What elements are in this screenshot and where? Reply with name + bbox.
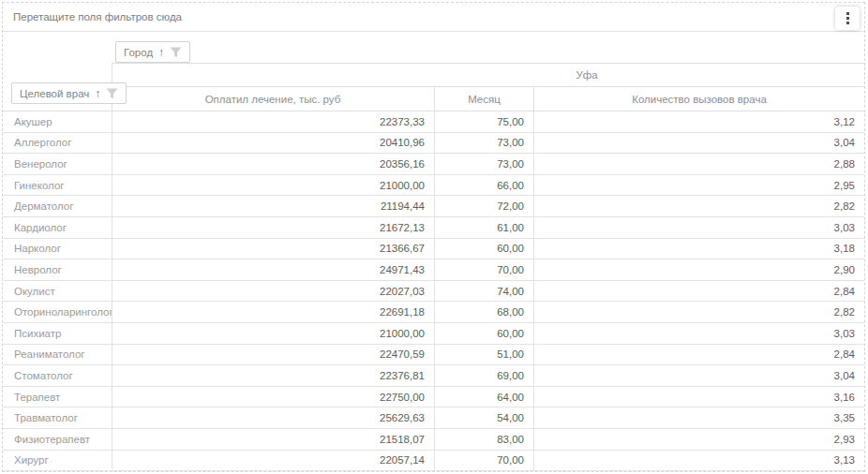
value-cell-paid-treatment[interactable]: 22750,00 [112,387,435,407]
value-cell-paid-treatment[interactable]: 24971,43 [112,259,435,280]
row-header-cell[interactable]: Психиатр [3,323,112,344]
sort-asc-icon[interactable]: ↑ [158,47,164,58]
kebab-dot-icon [846,22,849,24]
pivot-table-widget: Перетащите поля фильтров сюда Город ↑ Це… [0,0,868,474]
value-cell-doctor-calls[interactable]: 2,95 [534,175,864,196]
row-header-cell[interactable]: Кардиолог [3,217,112,238]
value-cell-doctor-calls[interactable]: 3,18 [534,239,864,259]
row-field-target-doctor[interactable]: Целевой врач ↑ [11,82,127,104]
row-header-cell[interactable]: Оториноларинголог [3,302,112,322]
value-cell-month[interactable]: 70,00 [435,259,534,280]
value-cell-month[interactable]: 61,00 [435,217,534,238]
table-row: Психиатр 21000,00 60,00 3,03 [3,323,864,345]
filter-funnel-icon[interactable] [106,88,118,99]
value-cell-doctor-calls[interactable]: 2,82 [534,302,864,322]
row-header-cell[interactable]: Травматолог [3,407,112,428]
value-cell-paid-treatment[interactable]: 21000,00 [112,323,435,344]
column-group-header-ufa[interactable]: Уфа [576,69,597,81]
row-header-divider [112,64,112,469]
table-row: Гинеколог 21000,00 66,00 2,95 [3,175,864,197]
row-header-cell[interactable]: Акушер [3,111,112,132]
value-cell-month[interactable]: 64,00 [435,387,534,407]
value-cell-month[interactable]: 60,00 [435,323,534,344]
value-cell-month[interactable]: 70,00 [435,451,534,471]
table-row: Стоматолог 22376,81 69,00 3,04 [3,365,864,387]
value-cell-paid-treatment[interactable]: 21194,44 [112,196,435,216]
row-header-cell[interactable]: Терапевт [3,387,112,407]
value-cell-doctor-calls[interactable]: 2,93 [534,429,864,450]
table-row: Дерматолог 21194,44 72,00 2,82 [3,196,864,217]
row-header-cell[interactable]: Невролог [3,259,112,280]
value-cell-paid-treatment[interactable]: 22057,14 [112,451,435,471]
value-cell-doctor-calls[interactable]: 3,04 [534,133,864,154]
row-header-cell[interactable]: Хирург [3,451,112,471]
column-field-label: Город [124,47,153,58]
value-cell-month[interactable]: 75,00 [435,111,534,132]
value-cell-paid-treatment[interactable]: 21518,07 [112,429,435,450]
measure-header-month[interactable]: Месяц [435,87,534,111]
value-cell-doctor-calls[interactable]: 2,82 [534,196,864,216]
row-field-label: Целевой врач [20,88,89,99]
row-header-cell[interactable]: Венеролог [3,154,112,174]
value-cell-paid-treatment[interactable]: 20410,96 [112,133,435,154]
table-row: Нарколог 21366,67 60,00 3,18 [3,239,864,260]
row-header-cell[interactable]: Окулист [3,281,112,302]
value-cell-doctor-calls[interactable]: 2,88 [534,154,864,174]
row-header-cell[interactable]: Нарколог [3,239,112,259]
value-cell-month[interactable]: 68,00 [435,302,534,322]
row-header-cell[interactable]: Гинеколог [3,175,112,196]
pivot-container: Перетащите поля фильтров сюда Город ↑ Це… [2,2,865,472]
row-header-cell[interactable]: Стоматолог [3,365,112,386]
sort-asc-icon[interactable]: ↑ [95,88,100,99]
table-row: Венеролог 20356,16 73,00 2,88 [3,154,864,175]
value-cell-doctor-calls[interactable]: 3,12 [534,111,864,132]
value-cell-doctor-calls[interactable]: 3,13 [534,451,864,471]
row-header-cell[interactable]: Реаниматолог [3,345,112,365]
value-cell-paid-treatment[interactable]: 25629,63 [112,407,435,428]
measure-header-paid-treatment[interactable]: Оплатил лечение, тыс. руб [112,87,435,111]
filter-drop-zone[interactable]: Перетащите поля фильтров сюда [3,3,864,32]
value-cell-doctor-calls[interactable]: 3,04 [534,365,864,386]
value-cell-month[interactable]: 72,00 [435,196,534,216]
column-group-header-row: Уфа [112,63,864,86]
filter-funnel-icon[interactable] [170,47,182,58]
value-cell-doctor-calls[interactable]: 3,16 [534,387,864,407]
value-cell-paid-treatment[interactable]: 22691,18 [112,302,435,322]
value-cell-doctor-calls[interactable]: 2,90 [534,259,864,280]
value-cell-doctor-calls[interactable]: 3,35 [534,407,864,428]
value-cell-month[interactable]: 60,00 [435,239,534,259]
value-cell-month[interactable]: 73,00 [435,133,534,154]
value-cell-paid-treatment[interactable]: 22470,59 [112,345,435,365]
row-header-cell[interactable]: Дерматолог [3,196,112,216]
value-cell-paid-treatment[interactable]: 21366,67 [112,239,435,259]
table-row: Терапевт 22750,00 64,00 3,16 [3,387,864,408]
value-cell-month[interactable]: 83,00 [435,429,534,450]
kebab-menu-button[interactable] [835,7,860,30]
value-cell-month[interactable]: 51,00 [435,345,534,365]
table-row: Аллерголог 20410,96 73,00 3,04 [3,133,864,155]
value-cell-paid-treatment[interactable]: 21000,00 [112,175,435,196]
value-cell-doctor-calls[interactable]: 2,84 [534,281,864,302]
value-cell-doctor-calls[interactable]: 2,84 [534,345,864,365]
column-field-city[interactable]: Город ↑ [115,41,190,63]
row-header-cell[interactable]: Аллерголог [3,133,112,154]
value-cell-paid-treatment[interactable]: 21672,13 [112,217,435,238]
measure-header-doctor-calls[interactable]: Количество вызовов врача [534,87,864,111]
column-fields-row: Город ↑ [3,32,864,63]
value-cell-month[interactable]: 69,00 [435,365,534,386]
table-row: Оториноларинголог 22691,18 68,00 2,82 [3,302,864,323]
value-cell-paid-treatment[interactable]: 22027,03 [112,281,435,302]
value-cell-month[interactable]: 66,00 [435,175,534,196]
value-cell-paid-treatment[interactable]: 20356,16 [112,154,435,174]
table-row: Травматолог 25629,63 54,00 3,35 [3,407,864,429]
value-cell-doctor-calls[interactable]: 3,03 [534,323,864,344]
row-header-cell[interactable]: Физиотерапевт [3,429,112,450]
value-cell-paid-treatment[interactable]: 22373,33 [112,111,435,132]
value-cell-paid-treatment[interactable]: 22376,81 [112,365,435,386]
value-cell-doctor-calls[interactable]: 3,03 [534,217,864,238]
value-cell-month[interactable]: 74,00 [435,281,534,302]
value-cell-month[interactable]: 73,00 [435,154,534,174]
value-cell-month[interactable]: 54,00 [435,407,534,428]
table-row: Реаниматолог 22470,59 51,00 2,84 [3,345,864,366]
measure-header-row: Оплатил лечение, тыс. руб Месяц Количест… [112,86,864,111]
